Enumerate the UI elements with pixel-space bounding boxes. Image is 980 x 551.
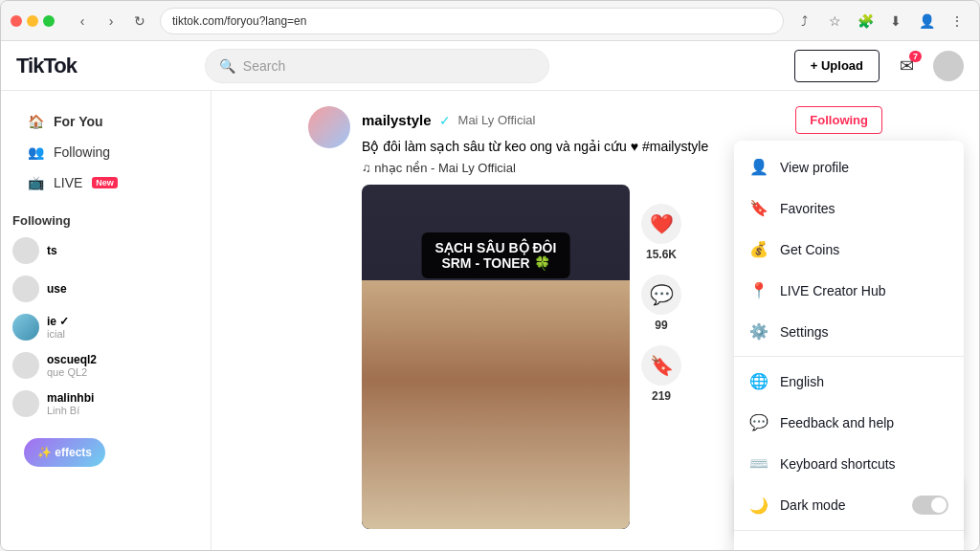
get-coins-label: Get Coins <box>780 242 839 257</box>
sidebar: 🏠 For You 👥 Following 📺 LIVE New Followi… <box>1 91 212 550</box>
favorites-label: Favorites <box>780 201 835 216</box>
description-text: Bộ đôi làm sạch sâu từ keo ong và ngải c… <box>362 139 708 154</box>
video-author-row: mailystyle ✓ Mai Ly Official Following <box>362 106 882 134</box>
video-actions: ❤️ 15.6K 💬 99 🔖 219 <box>641 185 681 403</box>
url-text: tiktok.com/foryou?lang=en <box>172 14 306 28</box>
dark-mode-toggle[interactable] <box>912 496 948 515</box>
user-avatar-1 <box>12 237 39 264</box>
dropdown-language[interactable]: 🌐 English <box>734 361 964 402</box>
inbox-button[interactable]: ✉ 7 <box>891 51 922 81</box>
user-info-4: oscueql2 que QL2 <box>47 353 97 378</box>
home-icon: 🏠 <box>28 114 44 129</box>
following-button[interactable]: Following <box>795 106 882 134</box>
comment-count: 99 <box>655 319 667 332</box>
coins-icon: 💰 <box>749 240 768 258</box>
sidebar-main-nav: 🏠 For You 👥 Following 📺 LIVE New <box>1 102 211 202</box>
dropdown-view-profile[interactable]: 👤 View profile <box>734 146 964 187</box>
bookmark-icon: 🔖 <box>641 345 681 386</box>
dropdown-dark-mode[interactable]: 🌙 Dark mode <box>734 484 964 526</box>
browser-frame: ‹ › ↻ tiktok.com/foryou?lang=en ⤴ ☆ 🧩 ⬇ … <box>0 0 980 551</box>
sidebar-item-for-you[interactable]: 🏠 For You <box>16 106 195 137</box>
feedback-icon: 💬 <box>749 413 768 431</box>
user-avatar-header[interactable] <box>933 51 964 81</box>
browser-nav-buttons: ‹ › ↻ <box>70 9 152 33</box>
settings-icon: ⚙️ <box>749 322 768 341</box>
extensions-icon[interactable]: 🧩 <box>853 9 878 33</box>
maximize-dot[interactable] <box>43 15 55 27</box>
user-avatar-3 <box>12 314 39 341</box>
browser-window-controls <box>11 15 55 27</box>
comment-button[interactable]: 💬 99 <box>641 275 681 332</box>
video-thumbnail[interactable]: SẠCH SÂU BỘ ĐÔISRM - TONER 🍀 <box>362 185 630 529</box>
video-overlay-text: SẠCH SÂU BỘ ĐÔISRM - TONER 🍀 <box>422 232 570 278</box>
dark-mode-label: Dark mode <box>780 497 845 513</box>
logout-icon: ↩ <box>749 546 768 550</box>
sidebar-user-5[interactable]: malinhbi Linh Bí <box>1 385 211 423</box>
tiktok-logo: TikTok <box>16 54 77 78</box>
like-count: 15.6K <box>646 248 677 261</box>
user-handle-1: ts <box>47 244 57 257</box>
author-handle[interactable]: mailystyle <box>362 112 432 128</box>
for-you-label: For You <box>54 114 103 129</box>
user-info-2: use <box>47 282 67 296</box>
browser-toolbar: ‹ › ↻ tiktok.com/foryou?lang=en ⤴ ☆ 🧩 ⬇ … <box>1 1 979 41</box>
search-icon: 🔍 <box>219 58 235 74</box>
search-bar[interactable]: 🔍 Search <box>205 49 549 83</box>
comment-icon: 💬 <box>641 275 681 315</box>
notification-badge: 7 <box>909 51 922 62</box>
search-placeholder: Search <box>243 58 285 74</box>
like-button[interactable]: ❤️ 15.6K <box>641 204 681 261</box>
user-info-5: malinhbi Linh Bí <box>47 391 94 416</box>
view-profile-label: View profile <box>780 160 849 175</box>
user-handle-2: use <box>47 282 67 296</box>
minimize-dot[interactable] <box>27 15 38 27</box>
dropdown-logout[interactable]: ↩ Log out <box>734 535 964 550</box>
effects-button[interactable]: ✨ effects <box>24 438 105 467</box>
settings-label: Settings <box>780 324 829 340</box>
user-handle-3: ie ✓ <box>47 315 69 328</box>
keyboard-shortcuts-label: Keyboard shortcuts <box>780 456 896 472</box>
profile-browser-icon[interactable]: 👤 <box>914 9 939 33</box>
bookmark-browser-icon[interactable]: ☆ <box>822 9 847 33</box>
forward-button[interactable]: › <box>99 9 123 33</box>
dropdown-keyboard-shortcuts[interactable]: ⌨️ Keyboard shortcuts <box>734 443 964 484</box>
video-author-avatar[interactable] <box>308 106 350 148</box>
dropdown-menu: 👤 View profile 🔖 Favorites 💰 Get Coins 📍… <box>734 141 964 550</box>
sidebar-item-following[interactable]: 👥 Following <box>16 137 195 167</box>
user-name-4: que QL2 <box>47 366 97 378</box>
dropdown-feedback[interactable]: 💬 Feedback and help <box>734 402 964 443</box>
sidebar-user-2[interactable]: use <box>1 270 211 308</box>
main-layout: 🏠 For You 👥 Following 📺 LIVE New Followi… <box>1 91 979 550</box>
close-dot[interactable] <box>11 15 22 27</box>
user-name-3: icial <box>47 328 69 340</box>
user-info-1: ts <box>47 244 57 257</box>
dropdown-settings[interactable]: ⚙️ Settings <box>734 311 964 352</box>
dropdown-divider-1 <box>734 356 964 357</box>
live-icon: 📺 <box>28 175 44 190</box>
share-icon[interactable]: ⤴ <box>791 9 816 33</box>
live-creator-icon: 📍 <box>749 281 768 299</box>
dropdown-favorites[interactable]: 🔖 Favorites <box>734 187 964 229</box>
sidebar-user-3[interactable]: ie ✓ icial <box>1 308 211 346</box>
user-avatar-2 <box>12 276 39 302</box>
address-bar[interactable]: tiktok.com/foryou?lang=en <box>160 8 784 34</box>
dropdown-divider-2 <box>734 530 964 531</box>
tiktok-header: TikTok 🔍 Search + Upload ✉ 7 <box>1 41 979 91</box>
sidebar-user-1[interactable]: ts <box>1 231 211 270</box>
dropdown-get-coins[interactable]: 💰 Get Coins <box>734 229 964 270</box>
user-name-5: Linh Bí <box>47 405 94 416</box>
live-creator-label: LIVE Creator Hub <box>780 283 886 298</box>
sidebar-user-4[interactable]: oscueql2 que QL2 <box>1 346 211 385</box>
upload-button[interactable]: + Upload <box>794 50 880 82</box>
user-avatar-4 <box>12 352 39 379</box>
sidebar-item-live[interactable]: 📺 LIVE New <box>16 167 195 198</box>
verified-icon: ✓ <box>439 113 451 128</box>
download-icon[interactable]: ⬇ <box>883 9 908 33</box>
reload-button[interactable]: ↻ <box>127 9 152 33</box>
dropdown-live-creator-hub[interactable]: 📍 LIVE Creator Hub <box>734 270 964 311</box>
following-nav-icon: 👥 <box>28 144 44 160</box>
back-button[interactable]: ‹ <box>70 9 95 33</box>
favorites-icon: 🔖 <box>749 199 768 217</box>
more-browser-icon[interactable]: ⋮ <box>945 9 969 33</box>
bookmark-button[interactable]: 🔖 219 <box>641 345 681 403</box>
